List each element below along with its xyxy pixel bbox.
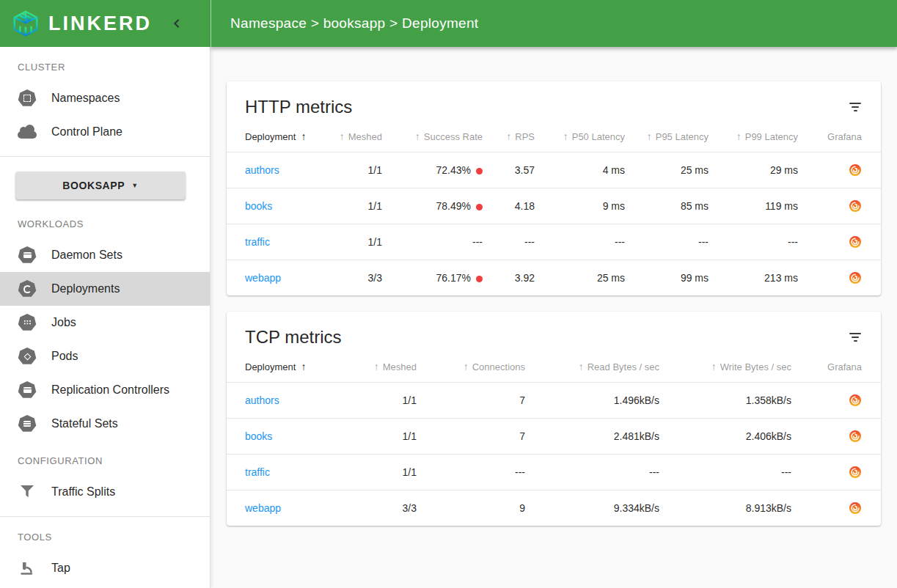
column-header-meshed[interactable]: ↑Meshed	[322, 120, 382, 152]
pod-icon	[18, 347, 37, 366]
table-row: traffic 1/1 --- --- --- --- ---	[227, 224, 881, 260]
tcp-metrics-card: TCP metrics Deployment↑ ↑Meshed ↑Connect…	[227, 312, 881, 526]
read-bytes-value: 9.334kB/s	[525, 490, 659, 526]
sidebar-item-label: Jobs	[51, 316, 76, 329]
status-dot	[476, 168, 483, 174]
status-dot	[476, 276, 483, 282]
meshed-value: 1/1	[322, 152, 382, 188]
success-rate-value: ---	[382, 224, 483, 260]
success-rate-value: 72.43%	[382, 152, 483, 188]
grafana-icon[interactable]	[849, 430, 862, 443]
sidebar-item-tap[interactable]: Tap	[0, 551, 210, 585]
linkerd-logo-icon	[10, 8, 41, 39]
sidebar-item-deployments[interactable]: Deployments	[0, 272, 210, 306]
meshed-value: 1/1	[322, 383, 417, 419]
tcp-metrics-title: TCP metrics	[245, 327, 342, 348]
table-row: authors 1/1 7 1.496kB/s 1.358kB/s	[227, 383, 881, 419]
p99-value: 213 ms	[709, 260, 798, 296]
column-header-write-bytes[interactable]: ↑Write Bytes / sec	[659, 350, 791, 383]
sidebar-item-label: Traffic Splits	[51, 485, 115, 499]
main-content: HTTP metrics Deployment↑ ↑Meshed ↑Succes…	[210, 47, 897, 588]
deployment-link[interactable]: authors	[245, 164, 279, 176]
table-row: books 1/1 78.49% 4.18 9 ms 85 ms 119 ms	[227, 188, 881, 224]
column-header-p99-latency[interactable]: ↑P99 Latency	[709, 120, 798, 152]
sort-arrow-icon: ↑	[301, 361, 306, 372]
grafana-icon[interactable]	[849, 163, 862, 177]
http-metrics-card: HTTP metrics Deployment↑ ↑Meshed ↑Succes…	[227, 81, 881, 295]
grafana-icon[interactable]	[849, 199, 862, 213]
sidebar-item-traffic-splits[interactable]: Traffic Splits	[0, 475, 210, 509]
connections-value: 7	[417, 383, 525, 419]
deployment-link[interactable]: authors	[245, 394, 279, 406]
meshed-value: 1/1	[322, 224, 382, 260]
grafana-icon[interactable]	[849, 501, 862, 515]
grafana-icon[interactable]	[849, 235, 862, 249]
write-bytes-value: ---	[659, 455, 791, 490]
table-row: authors 1/1 72.43% 3.57 4 ms 25 ms 29 ms	[227, 152, 881, 188]
deployment-link[interactable]: traffic	[245, 236, 270, 248]
deployment-link[interactable]: webapp	[245, 502, 281, 514]
sidebar-item-replication-controllers[interactable]: Replication Controllers	[0, 373, 210, 407]
p50-value: 9 ms	[535, 188, 625, 224]
grafana-icon[interactable]	[849, 466, 862, 479]
column-header-success-rate[interactable]: ↑Success Rate	[382, 120, 483, 152]
connections-value: 9	[417, 490, 525, 526]
rps-value: 3.57	[483, 152, 535, 188]
grafana-icon[interactable]	[849, 394, 862, 407]
table-row: webapp 3/3 76.17% 3.92 25 ms 99 ms 213 m…	[227, 260, 881, 296]
filter-icon[interactable]	[849, 333, 862, 344]
p99-value: 119 ms	[709, 188, 798, 224]
rps-value: 4.18	[483, 188, 535, 224]
section-label-cluster: CLUSTER	[0, 47, 210, 81]
job-icon	[18, 313, 37, 332]
sidebar-item-pods[interactable]: Pods	[0, 339, 210, 373]
sidebar-item-stateful-sets[interactable]: Stateful Sets	[0, 407, 210, 441]
column-header-p50-latency[interactable]: ↑P50 Latency	[535, 120, 625, 152]
sidebar-item-daemon-sets[interactable]: Daemon Sets	[0, 238, 210, 272]
deployment-link[interactable]: books	[245, 200, 272, 212]
column-header-p95-latency[interactable]: ↑P95 Latency	[625, 120, 709, 152]
sidebar-divider	[0, 156, 210, 157]
meshed-value: 3/3	[322, 490, 417, 526]
sort-arrow-icon: ↑	[340, 131, 345, 142]
sort-arrow-icon: ↑	[736, 131, 742, 142]
deployment-link[interactable]: webapp	[245, 272, 281, 284]
rps-value: 3.92	[483, 260, 535, 296]
sort-arrow-icon: ↑	[301, 131, 306, 142]
sidebar-item-label: Replication Controllers	[51, 383, 169, 397]
deployment-link[interactable]: books	[245, 430, 272, 442]
breadcrumb: Namespace > booksapp > Deployment	[230, 15, 478, 32]
sidebar-header: LINKERD	[0, 0, 210, 47]
meshed-value: 1/1	[322, 188, 382, 224]
sidebar-item-namespaces[interactable]: Namespaces	[0, 81, 210, 115]
meshed-value: 3/3	[322, 260, 382, 296]
sidebar-collapse-button[interactable]	[171, 18, 183, 29]
meshed-value: 1/1	[322, 419, 417, 455]
sort-arrow-icon: ↑	[506, 131, 511, 142]
http-metrics-title: HTTP metrics	[245, 97, 352, 117]
column-header-deployment[interactable]: Deployment↑	[227, 350, 322, 383]
sort-arrow-icon: ↑	[415, 131, 420, 142]
success-rate-value: 78.49%	[382, 188, 483, 224]
column-header-deployment[interactable]: Deployment↑	[227, 120, 322, 152]
filter-icon[interactable]	[849, 103, 862, 114]
linkerd-logo[interactable]: LINKERD	[10, 8, 152, 39]
column-header-rps[interactable]: ↑RPS	[483, 120, 535, 152]
p50-value: ---	[535, 224, 625, 260]
section-label-tools: TOOLS	[0, 517, 210, 551]
column-header-meshed[interactable]: ↑Meshed	[322, 350, 417, 383]
column-header-read-bytes[interactable]: ↑Read Bytes / sec	[525, 350, 659, 383]
sidebar-item-jobs[interactable]: Jobs	[0, 306, 210, 339]
write-bytes-value: 8.913kB/s	[659, 490, 791, 526]
grafana-icon[interactable]	[849, 271, 862, 284]
sidebar-item-control-plane[interactable]: Control Plane	[0, 115, 210, 149]
statefulset-icon	[18, 414, 37, 433]
namespace-selector-button[interactable]: BOOKSAPP ▼	[15, 172, 186, 199]
sort-arrow-icon: ↑	[579, 361, 584, 372]
app-header: Namespace > booksapp > Deployment	[210, 0, 897, 47]
deployment-link[interactable]: traffic	[245, 466, 270, 478]
sort-arrow-icon: ↑	[563, 131, 568, 142]
p95-value: 85 ms	[625, 188, 709, 224]
sort-arrow-icon: ↑	[711, 361, 717, 372]
column-header-connections[interactable]: ↑Connections	[417, 350, 525, 383]
